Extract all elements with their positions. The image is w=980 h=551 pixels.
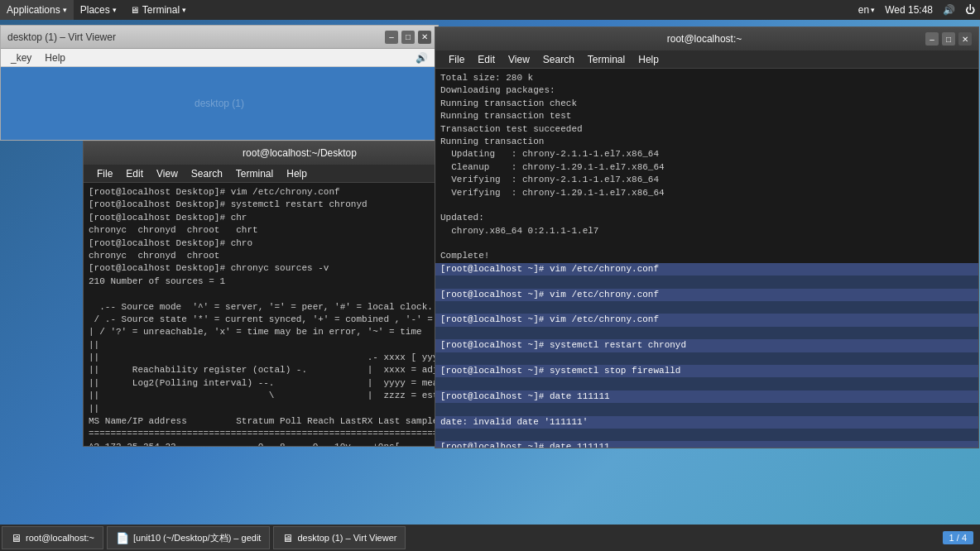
menu1-terminal[interactable]: Terminal — [229, 165, 280, 182]
places-label: Places — [80, 4, 110, 16]
locale-text: en — [858, 4, 869, 16]
virt-viewer-controls: – □ ✕ — [385, 31, 431, 44]
terminal2-maximize[interactable]: □ — [942, 32, 955, 46]
virt-viewer-content: desktop (1) — [1, 67, 438, 140]
terminal2-text-top: Total size: 280 k Downloading packages: … — [440, 72, 973, 263]
places-menu[interactable]: Places ▾ — [74, 0, 123, 20]
locale-indicator: en ▾ — [853, 0, 880, 20]
top-panel-right: en ▾ Wed 15:48 🔊 ⏻ — [853, 0, 980, 20]
taskbar-virt-viewer-label: desktop (1) – Virt Viewer — [297, 533, 396, 543]
virt-viewer-menubar: _key Help 🔊 — [1, 49, 438, 67]
maximize-button[interactable]: □ — [401, 31, 415, 44]
taskbar-right: 1 / 4 — [936, 531, 980, 544]
terminal-taskbar-icon: 🖥 — [11, 532, 22, 544]
menu-help[interactable]: Help — [38, 49, 72, 66]
applications-arrow: ▾ — [63, 6, 67, 14]
taskbar-item-terminal[interactable]: 🖥 root@localhost:~ — [2, 526, 103, 549]
terminal2-controls: – □ ✕ — [925, 32, 972, 46]
terminal2-titlebar: root@localhost:~ – □ ✕ — [435, 27, 978, 50]
terminal-menu[interactable]: 🖥 Terminal ▾ — [123, 0, 193, 20]
gedit-taskbar-icon: 📄 — [116, 532, 129, 544]
locale-arrow: ▾ — [871, 6, 875, 14]
power-icon[interactable]: ⏻ — [960, 0, 980, 20]
taskbar: 🖥 root@localhost:~ 📄 [unit10 (~/Desktop/… — [0, 525, 980, 551]
minimize-button[interactable]: – — [385, 31, 398, 44]
menu2-terminal[interactable]: Terminal — [581, 50, 632, 68]
taskbar-item-gedit[interactable]: 📄 [unit10 (~/Desktop/文档) – gedit — [107, 526, 270, 549]
menu-key[interactable]: _key — [4, 49, 38, 66]
terminal1-title: root@localhost:~/Desktop — [132, 147, 468, 159]
terminal2-menubar: File Edit View Search Terminal Help — [435, 50, 978, 69]
menu1-view[interactable]: View — [150, 165, 185, 182]
taskbar-terminal-label: root@localhost:~ — [26, 533, 94, 543]
taskbar-item-virt-viewer[interactable]: 🖥 desktop (1) – Virt Viewer — [273, 526, 406, 549]
menu2-edit[interactable]: Edit — [471, 50, 502, 68]
menu1-edit[interactable]: Edit — [119, 165, 150, 182]
menu1-search[interactable]: Search — [185, 165, 229, 182]
terminal2-title: root@localhost:~ — [483, 33, 925, 45]
datetime-display: Wed 15:48 — [880, 0, 938, 20]
menu2-search[interactable]: Search — [536, 50, 581, 68]
applications-menu[interactable]: Applications ▾ — [0, 0, 74, 20]
close-button[interactable]: ✕ — [418, 31, 431, 44]
virt-viewer-titlebar: desktop (1) – Virt Viewer – □ ✕ — [1, 26, 438, 49]
menu1-file[interactable]: File — [90, 165, 119, 182]
virt-viewer-title: desktop (1) – Virt Viewer — [7, 31, 116, 43]
terminal-arrow: ▾ — [182, 6, 186, 14]
places-arrow: ▾ — [113, 6, 117, 14]
volume-control[interactable]: 🔊 — [416, 52, 435, 64]
menu1-help[interactable]: Help — [280, 165, 314, 182]
terminal-label: Terminal — [142, 4, 180, 16]
menu2-view[interactable]: View — [502, 50, 536, 68]
terminal-icon: 🖥 — [130, 5, 139, 15]
terminal2-content[interactable]: Total size: 280 k Downloading packages: … — [435, 69, 978, 448]
applications-label: Applications — [7, 4, 60, 16]
terminal2-close[interactable]: ✕ — [958, 32, 972, 46]
terminal2-highlighted: [root@localhost ~]# vim /etc/chrony.conf… — [435, 263, 978, 448]
terminal2-minimize[interactable]: – — [925, 32, 939, 46]
page-indicator: 1 / 4 — [943, 531, 973, 544]
menu2-help[interactable]: Help — [632, 50, 665, 68]
virt-viewer-taskbar-icon: 🖥 — [282, 532, 293, 544]
terminal-window-root: root@localhost:~ – □ ✕ File Edit View Se… — [435, 26, 979, 448]
virt-viewer-window: desktop (1) – Virt Viewer – □ ✕ _key Hel… — [0, 25, 439, 141]
taskbar-gedit-label: [unit10 (~/Desktop/文档) – gedit — [133, 532, 261, 544]
virt-viewer-placeholder: desktop (1) — [195, 98, 244, 109]
datetime-text: Wed 15:48 — [885, 4, 933, 16]
top-panel: Applications ▾ Places ▾ 🖥 Terminal ▾ en … — [0, 0, 980, 20]
top-panel-left: Applications ▾ Places ▾ 🖥 Terminal ▾ — [0, 0, 193, 20]
volume-icon[interactable]: 🔊 — [938, 0, 960, 20]
menu2-file[interactable]: File — [442, 50, 471, 68]
